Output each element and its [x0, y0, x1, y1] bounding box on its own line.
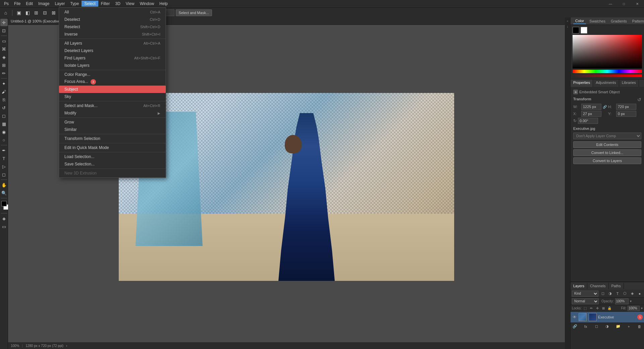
fill-arrow-icon[interactable]: ▾ [641, 306, 643, 310]
menu-window[interactable]: Window [137, 1, 157, 7]
height-transform-input[interactable] [616, 104, 636, 110]
menu-all-layers[interactable]: All Layers Alt+Ctrl+A [59, 40, 166, 47]
menu-similar[interactable]: Similar [59, 126, 166, 133]
layer-filter-shape-icon[interactable]: ⬡ [622, 291, 628, 297]
navigation-arrow[interactable]: › [66, 344, 67, 348]
menu-subject[interactable]: Subject [59, 86, 166, 93]
tab-channels[interactable]: Channels [587, 283, 608, 289]
select-options-icon[interactable]: ◧ [24, 9, 31, 16]
layer-filter-type-icon[interactable]: T [614, 291, 621, 297]
menu-select[interactable]: Select [82, 1, 98, 7]
collapse-panels-icon[interactable]: « [565, 19, 570, 23]
color-alpha-slider[interactable] [573, 74, 642, 77]
lock-pixels-icon[interactable]: ✏ [589, 306, 594, 311]
reset-transform-icon[interactable]: ↺ [637, 97, 641, 102]
artboard-tool[interactable]: ⊡ [0, 27, 8, 34]
width-transform-input[interactable] [581, 104, 601, 110]
eyedropper-tool[interactable]: ✏ [0, 69, 8, 77]
color-spectrum-picker[interactable] [573, 35, 642, 68]
lock-transparent-icon[interactable]: ⬚ [583, 306, 588, 311]
menu-inverse[interactable]: Inverse Shift+Ctrl+I [59, 31, 166, 38]
convert-layers-button[interactable]: Convert to Layers [573, 157, 641, 164]
menu-transform-selection[interactable]: Transform Selection [59, 135, 166, 142]
add-style-icon[interactable]: fx [583, 323, 589, 330]
zoom-tool[interactable]: 🔍 [0, 189, 8, 197]
hand-tool[interactable]: ✋ [0, 181, 8, 189]
tab-properties[interactable]: Properties [571, 80, 593, 87]
y-transform-input[interactable] [616, 111, 636, 117]
menu-save-selection[interactable]: Save Selection... [59, 160, 166, 168]
menu-reselect[interactable]: Reselect Shift+Ctrl+D [59, 23, 166, 31]
layer-filter-toggle-icon[interactable]: ● [637, 291, 643, 297]
info-icon[interactable]: i [565, 24, 570, 29]
layer-filter-smart-icon[interactable]: ◈ [629, 291, 635, 297]
tab-layers[interactable]: Layers [571, 283, 587, 289]
menu-select-mask[interactable]: Select and Mask... Alt+Ctrl+R [59, 102, 166, 109]
menu-3d-extrusion[interactable]: New 3D Extrusion [59, 169, 166, 177]
select-sub-icon[interactable]: ⊟ [41, 9, 49, 16]
delete-layer-icon[interactable]: 🗑 [637, 323, 643, 330]
opacity-arrow-icon[interactable]: ▾ [630, 299, 632, 303]
layer-row[interactable]: 👁 Executive 1 [571, 312, 644, 322]
menu-find-layers[interactable]: Find Layers Alt+Shift+Ctrl+F [59, 54, 166, 62]
brush-tool[interactable]: 🖌 [0, 88, 8, 95]
add-layer-icon[interactable]: + [626, 323, 632, 330]
add-mask-icon[interactable]: ◻ [593, 323, 599, 330]
select-add-icon[interactable]: ⊞ [33, 9, 40, 16]
link-wh-icon[interactable]: 🔗 [603, 105, 607, 109]
menu-deselect[interactable]: Deselect Ctrl+D [59, 16, 166, 23]
lock-artboard-icon[interactable]: ⊞ [601, 306, 606, 311]
shape-tool[interactable]: ◻ [0, 171, 8, 178]
quick-mask-icon[interactable]: ◈ [0, 215, 8, 222]
object-select-tool[interactable]: ◈ [0, 53, 8, 61]
history-brush-tool[interactable]: ↺ [0, 104, 8, 111]
menu-focus-area[interactable]: Focus Area... 3 [59, 78, 166, 86]
tab-paths[interactable]: Paths [609, 283, 624, 289]
marquee-tool[interactable]: ▭ [0, 37, 8, 45]
tab-color[interactable]: Color [573, 18, 586, 24]
add-group-icon[interactable]: 📁 [615, 323, 621, 330]
layer-filter-pixel-icon[interactable]: ◻ [600, 291, 606, 297]
screen-mode-icon[interactable]: ▭ [0, 223, 8, 230]
color-hue-slider[interactable] [573, 70, 642, 73]
link-layers-icon[interactable]: 🔗 [572, 323, 578, 330]
lasso-tool[interactable]: ⌘ [0, 45, 8, 53]
menu-isolate-layers[interactable]: Isolate Layers [59, 62, 166, 69]
crop-tool[interactable]: ⊞ [0, 61, 8, 69]
type-tool[interactable]: T [0, 155, 8, 162]
healing-tool[interactable]: ✦ [0, 80, 8, 87]
blend-mode-select[interactable]: Normal [572, 298, 599, 304]
dodge-tool[interactable]: ○ [0, 136, 8, 144]
add-adjustment-icon[interactable]: ◑ [604, 323, 610, 330]
minimize-button[interactable]: — [604, 0, 617, 7]
menu-help[interactable]: Help [157, 1, 170, 7]
tab-libraries[interactable]: Libraries [619, 80, 639, 87]
menu-modify[interactable]: Modify ▶ [59, 109, 166, 117]
foreground-color-swatch[interactable] [573, 27, 579, 34]
select-intersect-icon[interactable]: ⊠ [50, 9, 57, 16]
foreground-color[interactable] [1, 201, 7, 206]
layer-comp-select[interactable]: Don't Apply Layer Comp [573, 133, 641, 139]
lock-position-icon[interactable]: ✛ [595, 306, 600, 311]
menu-view[interactable]: View [123, 1, 137, 7]
menu-sky[interactable]: Sky [59, 93, 166, 100]
rotation-input[interactable] [578, 118, 598, 124]
gradient-tool[interactable]: ▦ [0, 120, 8, 128]
menu-ps[interactable]: Ps [1, 1, 11, 7]
edit-contents-button[interactable]: Edit Contents [573, 141, 641, 148]
menu-grow[interactable]: Grow [59, 118, 166, 126]
path-select-tool[interactable]: ▷ [0, 163, 8, 170]
x-transform-input[interactable] [581, 111, 601, 117]
lock-all-icon[interactable]: 🔒 [607, 306, 612, 311]
background-color-swatch[interactable] [581, 27, 587, 34]
menu-type[interactable]: Type [67, 1, 82, 7]
clone-tool[interactable]: ⎘ [0, 96, 8, 103]
blur-tool[interactable]: ◉ [0, 128, 8, 136]
move-tool[interactable]: ✛ [0, 19, 8, 26]
menu-layer[interactable]: Layer [52, 1, 67, 7]
home-icon[interactable]: ⌂ [2, 9, 9, 16]
menu-filter[interactable]: Filter [98, 1, 113, 7]
menu-all[interactable]: All Ctrl+A [59, 8, 166, 16]
fill-input[interactable] [628, 306, 640, 311]
eraser-tool[interactable]: ◻ [0, 112, 8, 119]
